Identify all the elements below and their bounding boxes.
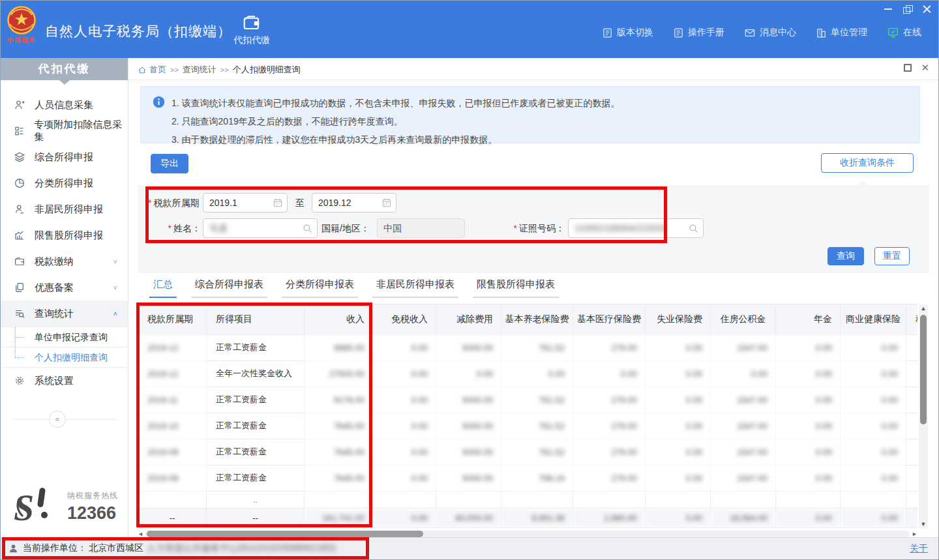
sidebar-item-system-settings[interactable]: 系统设置 [1, 368, 128, 394]
sidebar-item-comprehensive-income[interactable]: 综合所得申报 [1, 144, 128, 170]
sidebar-item-classified-income[interactable]: 分类所得申报 [1, 170, 128, 196]
sidebar-item-label: 查询统计 [35, 308, 74, 320]
online-status[interactable]: 在线 [887, 27, 921, 38]
collapse-query-conditions-button[interactable]: 收折查询条件 [821, 153, 914, 173]
table-summary-cell: 60,000.00 [436, 508, 501, 527]
table-cell: 0.00 [646, 465, 711, 491]
col-header-commercial-health: 商业健康保险 [841, 304, 906, 334]
sidebar-item-nonresident-income[interactable]: 非居民所得申报 [1, 196, 128, 222]
tab-summary[interactable]: 汇总 [149, 278, 177, 298]
sidebar-item-preferential-filing[interactable]: 优惠备案 ˅ [1, 274, 128, 301]
sidebar-collapse-button[interactable]: « [49, 411, 66, 428]
table-cell [841, 491, 906, 508]
about-link[interactable]: 关于 [910, 543, 928, 555]
table-cell: 0.00 [841, 439, 906, 465]
sidebar-item-query-statistics[interactable]: 查询统计 ˄ [1, 301, 128, 327]
query-statistics-submenu: 单位申报记录查询 个人扣缴明细查询 [1, 327, 128, 368]
table-row[interactable]: 2019-10正常工资薪金7645.000.005000.00761.52279… [138, 413, 918, 439]
table-cell: 5000.00 [436, 465, 501, 491]
wallet-folder-icon [14, 256, 25, 267]
table-row[interactable]: 2019-12正常工资薪金9985.000.005000.00761.52279… [138, 334, 918, 361]
sidebar-item-tax-payment[interactable]: 税款缴纳 ˅ [1, 248, 128, 274]
sidebar-subitem-personal-withholding-query[interactable]: 个人扣缴明细查询 [1, 347, 128, 368]
pie-chart-icon [14, 177, 25, 189]
search-icon[interactable] [302, 223, 313, 234]
sidebar-item-label: 限售股所得申报 [35, 229, 103, 242]
table-cell: 全年一次性奖金收入 [207, 361, 305, 387]
table-summary-cell: 161,741.00 [305, 508, 373, 527]
table-row[interactable]: 2019-12全年一次性奖金收入27500.000.000.000.000.00… [138, 361, 918, 387]
tab-comprehensive-income[interactable]: 综合所得申报表 [191, 278, 267, 298]
calendar-icon[interactable] [273, 198, 283, 208]
table-cell: 761.52 [501, 413, 573, 439]
reset-button[interactable]: 重置 [874, 247, 910, 265]
table-summary-cell: 2,960.40 [573, 508, 646, 527]
table-row[interactable]: 2019-11正常工资薪金9178.000.005000.00761.52279… [138, 387, 918, 413]
panel-close-icon[interactable]: ✕ [921, 64, 929, 72]
nav-version-switch[interactable]: 版本切换 [602, 27, 653, 38]
sidebar-item-label: 税款缴纳 [35, 256, 74, 268]
table-cell: 0.00 [373, 413, 436, 439]
col-header-pension: 基本养老保险费 [501, 304, 573, 334]
search-icon[interactable] [688, 223, 699, 234]
tab-nonresident-income[interactable]: 非居民所得申报表 [372, 278, 458, 298]
tab-withholding-module[interactable]: 代扣代缴 [228, 12, 276, 46]
hotline-block: S 纳税服务热线 12366 [14, 486, 125, 527]
table-cell: 2019-09 [138, 439, 207, 465]
table-cell: 761.52 [501, 439, 573, 465]
sidebar-item-special-deduction[interactable]: 专项附加扣除信息采集 [1, 118, 128, 144]
calendar-icon[interactable] [381, 198, 392, 208]
nav-unit-management[interactable]: 单位管理 [816, 27, 867, 38]
list-grid-icon [14, 125, 25, 137]
sidebar-item-restricted-shares[interactable]: 限售股所得申报 [1, 222, 128, 248]
scroll-up-arrow[interactable]: ▲ [919, 304, 928, 313]
table-cell: 2019-11 [138, 387, 207, 413]
tab-restricted-shares[interactable]: 限售股所得申报表 [473, 278, 559, 298]
period-from-input[interactable]: 2019.1 [203, 193, 288, 213]
table-row[interactable]: 2019-08正常工资薪金7645.000.005000.00798.24279… [138, 465, 918, 491]
notice-box: 1. 该查询统计表仅能查询已申报成功的数据，不包含未申报、申报失败，已申报但已作… [140, 86, 920, 143]
table-cell: 2019-08 [138, 465, 207, 491]
table-summary-cell: 0.00 [841, 508, 906, 527]
close-icon[interactable] [923, 5, 932, 14]
horizontal-scroll-thumb[interactable] [147, 531, 423, 537]
table-row[interactable]: 2019-09正常工资薪金7645.000.005000.00761.52279… [138, 439, 918, 465]
nav-manual[interactable]: 操作手册 [673, 27, 724, 38]
table-cell: 7645.00 [305, 439, 373, 465]
col-header-medical: 基本医疗保险费 [573, 304, 646, 334]
table-cell: 0.00 [436, 361, 501, 387]
export-button[interactable]: 导出 [151, 154, 188, 173]
col-header-annuity: 年金 [776, 304, 841, 334]
breadcrumb-home[interactable]: 首页 [138, 64, 166, 76]
manual-icon [673, 27, 684, 38]
breadcrumb-level2: 个人扣缴明细查询 [233, 64, 301, 76]
sidebar-item-personnel-info[interactable]: 人员信息采集 [1, 92, 128, 118]
table-cell: 7645.00 [305, 413, 373, 439]
table-cell: 5000.00 [436, 334, 501, 361]
table-cell: 279.00 [573, 387, 646, 413]
breadcrumb-level1[interactable]: 查询统计 [183, 64, 216, 76]
id-number-input[interactable]: 110552199304222029 [568, 218, 704, 238]
table-cell: 1547.00 [711, 387, 776, 413]
sidebar-subitem-unit-declaration-query[interactable]: 单位申报记录查询 [1, 327, 128, 347]
name-input[interactable]: 马某 [203, 218, 318, 238]
breadcrumb-bar: 首页 >> 查询统计 >> 个人扣缴明细查询 ✕ [128, 58, 938, 80]
table-cell [573, 491, 646, 508]
nav-message-center[interactable]: 消息中心 [744, 27, 796, 38]
period-to-input[interactable]: 2019.12 [312, 193, 396, 213]
table-cell: 0.00 [373, 387, 436, 413]
col-header-income-item: 所得项目 [207, 304, 305, 334]
vertical-scroll-thumb[interactable] [920, 315, 927, 424]
online-label: 在线 [903, 27, 921, 38]
sidebar: 代扣代缴 人员信息采集 专项附加扣除信息采集 [1, 58, 128, 537]
sidebar-item-label: 分类所得申报 [35, 177, 93, 190]
scroll-down-arrow[interactable]: ▼ [919, 520, 928, 529]
tab-classified-income[interactable]: 分类所得申报表 [282, 278, 358, 298]
restore-icon[interactable] [903, 5, 912, 14]
query-button[interactable]: 查询 [827, 247, 864, 265]
panel-maximize-icon[interactable] [904, 64, 912, 72]
sidebar-menu: 人员信息采集 专项附加扣除信息采集 综合所得申报 [1, 92, 128, 428]
table-cell: 0.00 [841, 465, 906, 491]
minimize-icon[interactable] [884, 5, 893, 14]
table-cell: 0.00 [776, 465, 841, 491]
